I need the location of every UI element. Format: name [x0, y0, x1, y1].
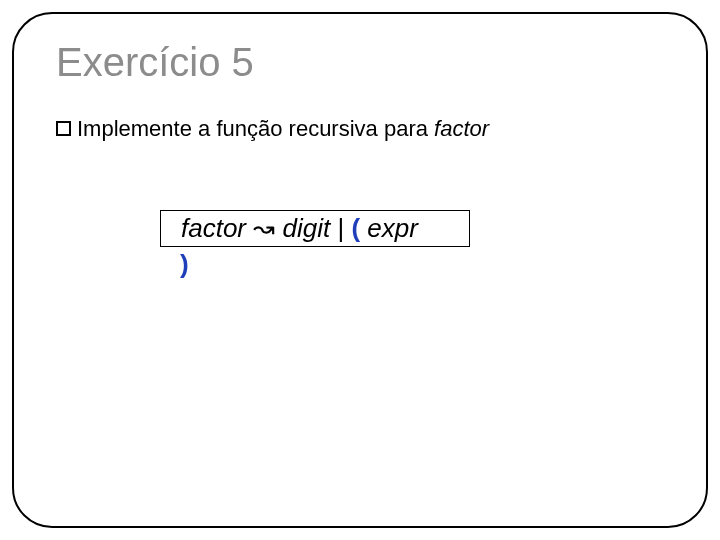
slide-title: Exercício 5	[56, 40, 254, 85]
grammar-rule: factor ↝ digit | ( expr )	[160, 210, 470, 280]
grammar-rparen: )	[180, 249, 189, 279]
grammar-lparen: (	[351, 213, 360, 243]
grammar-lhs: factor	[181, 213, 246, 243]
grammar-expr: expr	[367, 213, 418, 243]
bullet-text-emph: factor	[434, 116, 489, 141]
grammar-digit: digit	[283, 213, 331, 243]
bullet-text: Implemente a função recursiva para facto…	[77, 116, 489, 142]
grammar-pipe: |	[337, 213, 344, 243]
arrow-icon: ↝	[253, 213, 275, 243]
square-bullet-icon	[56, 121, 71, 136]
bullet-row: Implemente a função recursiva para facto…	[56, 116, 489, 142]
bullet-text-prefix: Implemente a função recursiva para	[77, 116, 434, 141]
slide: Exercício 5 Implemente a função recursiv…	[0, 0, 720, 540]
grammar-line-1: factor ↝ digit | ( expr	[160, 210, 470, 247]
grammar-line-2: )	[160, 249, 470, 280]
